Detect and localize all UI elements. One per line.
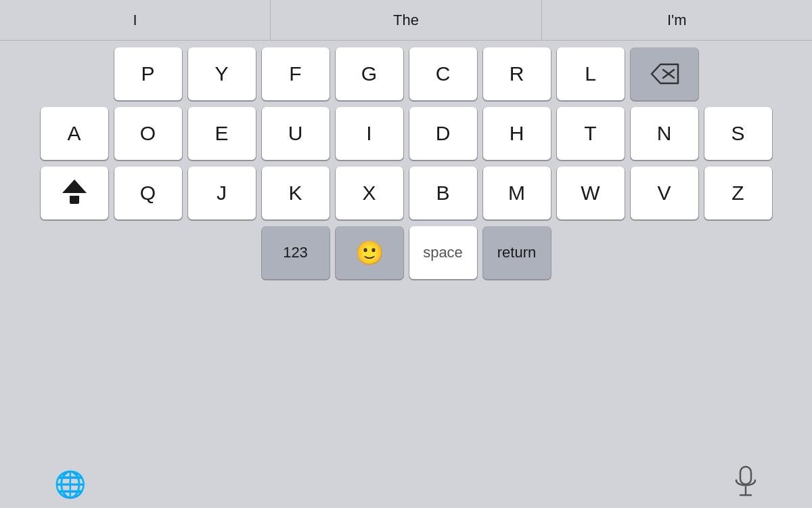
keyboard-row-3: Q J K X B M W V Z <box>4 167 808 219</box>
predictive-item-2[interactable]: The <box>271 0 541 40</box>
key-p[interactable]: P <box>114 47 182 100</box>
key-space[interactable]: space <box>409 226 477 279</box>
key-d[interactable]: D <box>409 107 477 160</box>
key-t[interactable]: T <box>557 107 625 160</box>
key-emoji[interactable]: 🙂 <box>336 226 403 279</box>
key-x[interactable]: X <box>336 167 403 219</box>
keyboard-row-2: A O E U I D H T N S <box>4 107 808 160</box>
key-a[interactable]: A <box>41 107 108 160</box>
predictive-item-3[interactable]: I'm <box>542 0 812 40</box>
key-w[interactable]: W <box>557 167 625 219</box>
key-e[interactable]: E <box>188 107 256 160</box>
key-shift[interactable] <box>41 167 108 219</box>
svg-rect-2 <box>740 467 751 484</box>
shift-icon <box>62 182 87 204</box>
key-q[interactable]: Q <box>114 167 182 219</box>
key-delete[interactable] <box>631 47 698 100</box>
key-numbers[interactable]: 123 <box>262 226 330 279</box>
key-g[interactable]: G <box>336 47 403 100</box>
key-i[interactable]: I <box>336 107 403 160</box>
key-b[interactable]: B <box>409 167 477 219</box>
key-l[interactable]: L <box>557 47 625 100</box>
key-m[interactable]: M <box>483 167 551 219</box>
key-h[interactable]: H <box>483 107 551 160</box>
delete-icon <box>650 63 679 85</box>
predictive-item-1[interactable]: I <box>0 0 271 40</box>
microphone-icon[interactable] <box>734 465 758 504</box>
key-z[interactable]: Z <box>704 167 772 219</box>
globe-icon[interactable]: 🌐 <box>54 469 86 499</box>
keyboard-row-4: 123 🙂 space return <box>4 226 808 279</box>
key-s[interactable]: S <box>704 107 772 160</box>
key-n[interactable]: N <box>631 107 698 160</box>
emoji-icon: 🙂 <box>355 239 384 266</box>
key-f[interactable]: F <box>262 47 330 100</box>
key-k[interactable]: K <box>262 167 330 219</box>
bottom-icons-row: 🌐 <box>0 461 812 508</box>
key-r[interactable]: R <box>483 47 551 100</box>
mic-svg <box>734 465 758 498</box>
key-y[interactable]: Y <box>188 47 256 100</box>
keyboard: P Y F G C R L A O E U I D H T N S <box>0 41 812 461</box>
key-u[interactable]: U <box>262 107 330 160</box>
keyboard-row-1: P Y F G C R L <box>4 47 808 100</box>
key-o[interactable]: O <box>114 107 182 160</box>
key-return[interactable]: return <box>483 226 551 279</box>
predictive-bar: I The I'm <box>0 0 812 41</box>
key-c[interactable]: C <box>409 47 477 100</box>
key-j[interactable]: J <box>188 167 256 219</box>
key-v[interactable]: V <box>631 167 698 219</box>
